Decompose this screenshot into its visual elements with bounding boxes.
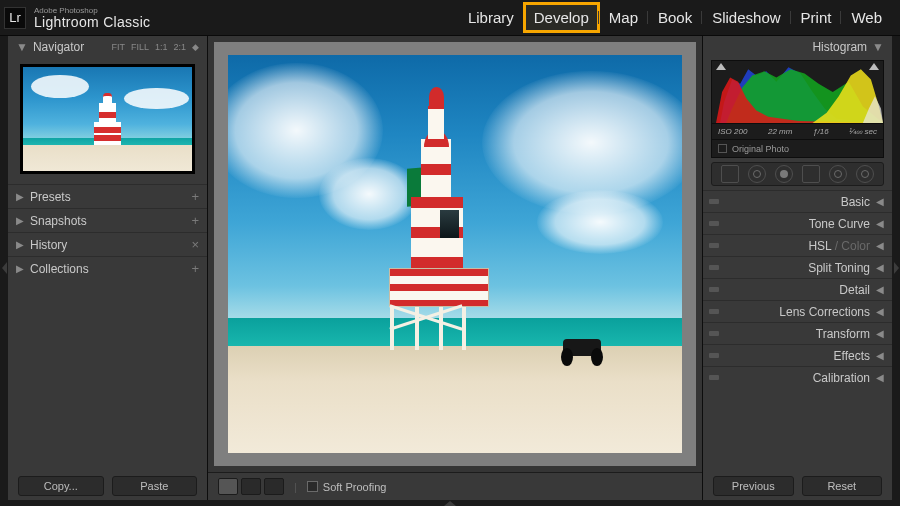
panel-switch-icon[interactable] [709, 375, 719, 380]
chevron-left-icon: ◀ [876, 328, 884, 339]
histogram-plot[interactable] [712, 61, 883, 123]
crop-tool-icon[interactable] [721, 165, 739, 183]
module-web[interactable]: Web [841, 3, 892, 32]
chevron-left-icon: ◀ [876, 350, 884, 361]
quad-vehicle [559, 334, 604, 366]
panel-switch-icon[interactable] [709, 265, 719, 270]
soft-proofing-toggle[interactable]: Soft Proofing [307, 481, 387, 493]
panel-effects[interactable]: Effects◀ [703, 344, 892, 366]
spot-removal-icon[interactable] [748, 165, 766, 183]
histogram-header[interactable]: Histogram ▼ [703, 36, 892, 58]
exif-iso: ISO 200 [718, 127, 747, 136]
original-photo-label: Original Photo [732, 144, 789, 154]
panel-presets[interactable]: ▶Presets+ [8, 184, 207, 208]
exif-aperture: ƒ/16 [813, 127, 829, 136]
original-photo-toggle[interactable]: Original Photo [712, 139, 883, 157]
brush-tool-icon[interactable] [856, 165, 874, 183]
chevron-left-icon: ◀ [876, 240, 884, 251]
module-develop[interactable]: Develop [524, 3, 599, 32]
module-map[interactable]: Map [599, 3, 648, 32]
chevron-left-icon: ◀ [876, 306, 884, 317]
chevron-left-icon: ◀ [876, 284, 884, 295]
loupe-view-button[interactable] [218, 478, 238, 495]
brand: Lr Adobe Photoshop Lightroom Classic [4, 7, 150, 29]
zoom-fit[interactable]: FIT [111, 42, 125, 52]
panel-detail-label: Detail [839, 283, 870, 297]
panel-detail[interactable]: Detail◀ [703, 278, 892, 300]
panel-tone-curve-label: Tone Curve [809, 217, 870, 231]
before-after-tb-button[interactable] [264, 478, 284, 495]
panel-lens-corrections[interactable]: Lens Corrections◀ [703, 300, 892, 322]
panel-transform[interactable]: Transform◀ [703, 322, 892, 344]
panel-calibration[interactable]: Calibration◀ [703, 366, 892, 388]
canvas[interactable] [214, 42, 696, 466]
histogram-panel: ISO 200 22 mm ƒ/16 ¹⁄₄₀₀ sec Original Ph… [711, 60, 884, 158]
panel-transform-label: Transform [816, 327, 870, 341]
photo-preview [228, 55, 681, 454]
histogram-exif: ISO 200 22 mm ƒ/16 ¹⁄₄₀₀ sec [712, 123, 883, 139]
top-bar: Lr Adobe Photoshop Lightroom Classic Lib… [0, 0, 900, 36]
panel-switch-icon[interactable] [709, 309, 719, 314]
copy-button[interactable]: Copy... [18, 476, 104, 496]
paste-button[interactable]: Paste [112, 476, 198, 496]
panel-calibration-label: Calibration [813, 371, 870, 385]
reset-button[interactable]: Reset [802, 476, 883, 496]
right-column: Histogram ▼ ISO 200 22 [702, 36, 892, 500]
panel-hsl-label: HSL [808, 239, 831, 253]
panel-split-toning[interactable]: Split Toning◀ [703, 256, 892, 278]
panel-snapshots[interactable]: ▶Snapshots+ [8, 208, 207, 232]
panel-collections[interactable]: ▶Collections+ [8, 256, 207, 280]
clear-icon[interactable]: × [191, 237, 199, 252]
previous-button[interactable]: Previous [713, 476, 794, 496]
chevron-right-icon: ▶ [16, 191, 24, 202]
navigator-thumb[interactable] [8, 58, 207, 184]
panel-switch-icon[interactable] [709, 331, 719, 336]
main-area: ▼ Navigator FIT FILL 1:1 2:1 ◆ [0, 36, 900, 500]
navigator-title: Navigator [33, 40, 84, 54]
chevron-left-icon: ◀ [876, 196, 884, 207]
panel-basic[interactable]: Basic◀ [703, 190, 892, 212]
radial-filter-icon[interactable] [829, 165, 847, 183]
left-panel-toggle[interactable] [0, 36, 8, 500]
zoom-2to1[interactable]: 2:1 [173, 42, 186, 52]
left-accordion: ▶Presets+ ▶Snapshots+ ▶History× ▶Collect… [8, 184, 207, 472]
graduated-filter-icon[interactable] [802, 165, 820, 183]
right-panel-toggle[interactable] [892, 36, 900, 500]
add-icon[interactable]: + [191, 261, 199, 276]
panel-history-label: History [30, 238, 67, 252]
panel-switch-icon[interactable] [709, 199, 719, 204]
add-icon[interactable]: + [191, 189, 199, 204]
panel-lens-corrections-label: Lens Corrections [779, 305, 870, 319]
panel-switch-icon[interactable] [709, 353, 719, 358]
exif-shutter: ¹⁄₄₀₀ sec [849, 127, 877, 136]
zoom-1to1[interactable]: 1:1 [155, 42, 168, 52]
develop-panels: Basic◀ Tone Curve◀ HSL / Color◀ Split To… [703, 190, 892, 472]
disclosure-icon: ▼ [16, 40, 28, 54]
panel-effects-label: Effects [834, 349, 870, 363]
panel-hsl[interactable]: HSL / Color◀ [703, 234, 892, 256]
module-book[interactable]: Book [648, 3, 702, 32]
toolbar: | Soft Proofing [208, 472, 702, 500]
module-print[interactable]: Print [791, 3, 842, 32]
navigator-header[interactable]: ▼ Navigator FIT FILL 1:1 2:1 ◆ [8, 36, 207, 58]
zoom-more-icon[interactable]: ◆ [192, 42, 199, 52]
panel-history[interactable]: ▶History× [8, 232, 207, 256]
zoom-fill[interactable]: FILL [131, 42, 149, 52]
panel-switch-icon[interactable] [709, 221, 719, 226]
add-icon[interactable]: + [191, 213, 199, 228]
exif-focal: 22 mm [768, 127, 792, 136]
chevron-right-icon: ▶ [16, 239, 24, 250]
module-library[interactable]: Library [458, 3, 524, 32]
panel-switch-icon[interactable] [709, 287, 719, 292]
chevron-right-icon: ▶ [16, 215, 24, 226]
panel-switch-icon[interactable] [709, 243, 719, 248]
panel-tone-curve[interactable]: Tone Curve◀ [703, 212, 892, 234]
panel-collections-label: Collections [30, 262, 89, 276]
panel-basic-label: Basic [841, 195, 870, 209]
filmstrip-toggle[interactable] [0, 500, 900, 506]
before-after-lr-button[interactable] [241, 478, 261, 495]
module-slideshow[interactable]: Slideshow [702, 3, 790, 32]
brand-text: Adobe Photoshop Lightroom Classic [34, 7, 150, 29]
app-window: Lr Adobe Photoshop Lightroom Classic Lib… [0, 0, 900, 506]
redeye-tool-icon[interactable] [775, 165, 793, 183]
